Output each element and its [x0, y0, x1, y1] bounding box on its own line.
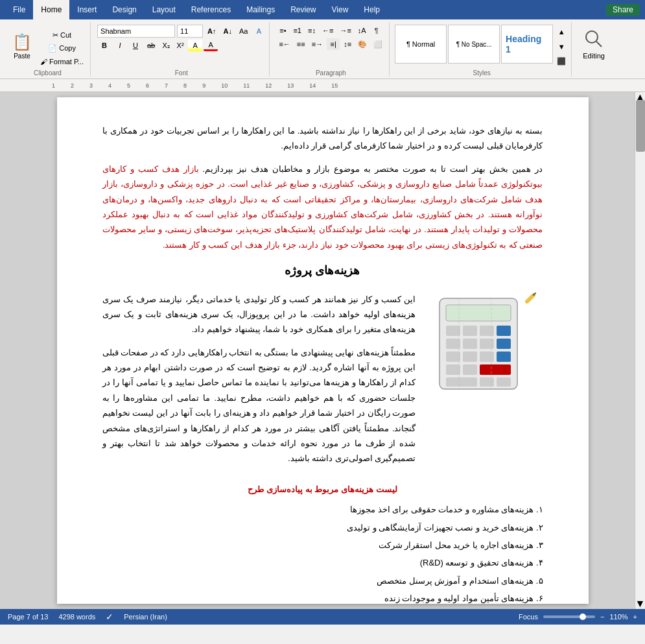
style-nospace-button[interactable]: ¶ No Spac... — [448, 25, 500, 64]
text-highlight-button[interactable]: A — [188, 40, 202, 51]
styles-group: ¶ Normal ¶ No Spac... Heading 1 ▲ ▼ ⬛ St… — [392, 22, 572, 77]
superscript-button[interactable]: X² — [174, 40, 187, 51]
style-heading1-button[interactable]: Heading 1 — [501, 25, 553, 64]
svg-rect-21 — [446, 377, 477, 387]
paragraph-label: Paragraph — [316, 69, 346, 77]
clipboard-label: Clipboard — [34, 69, 62, 77]
shading-button[interactable]: 🎨 — [355, 38, 369, 50]
numbering-button[interactable]: ≡1 — [290, 25, 304, 36]
text-effects-button[interactable]: A — [252, 25, 265, 37]
search-find-button[interactable]: Editing — [580, 25, 608, 62]
zoom-out-button[interactable]: − — [600, 613, 604, 621]
font-color-button[interactable]: A — [204, 40, 218, 51]
zoom-in-button[interactable]: + — [633, 613, 637, 621]
cut-button[interactable]: ✂ Cut — [38, 30, 86, 42]
zoom-thumb[interactable] — [580, 614, 586, 620]
font-size-selector[interactable]: 11 — [177, 25, 203, 38]
zoom-level[interactable]: 110% — [609, 613, 627, 621]
share-button[interactable]: Share — [606, 4, 640, 16]
bullets-button[interactable]: ≡• — [276, 25, 289, 36]
tab-references[interactable]: References — [183, 0, 239, 19]
tab-home[interactable]: Home — [33, 0, 69, 19]
svg-rect-7 — [463, 326, 477, 336]
svg-rect-14 — [446, 352, 460, 362]
style-normal-button[interactable]: ¶ Normal — [395, 25, 447, 64]
svg-rect-13 — [497, 339, 511, 349]
section-heading-costs: هزینه‌های پروژه — [102, 260, 543, 281]
svg-rect-9 — [497, 326, 511, 336]
change-case-button[interactable]: Aa — [237, 25, 250, 37]
format-painter-button[interactable]: 🖌 Format P... — [38, 56, 86, 67]
zoom-slider[interactable] — [543, 615, 595, 618]
underline-button[interactable]: U — [128, 40, 143, 51]
decrease-font-button[interactable]: A↓ — [221, 25, 235, 37]
justify-button[interactable]: ≡| — [327, 38, 340, 50]
costs-text-block: این کسب و کار نیز همانند هر کسب و کار تو… — [102, 292, 416, 474]
styles-scroll-up-button[interactable]: ▲ — [554, 26, 569, 38]
svg-rect-6 — [446, 326, 460, 336]
increase-indent-button[interactable]: →≡ — [337, 25, 353, 36]
cost-paragraph-2: مطمئناً هزینه‌های نهایی پیشنهادی ما بستگ… — [102, 345, 416, 466]
tab-design[interactable]: Design — [104, 0, 144, 19]
scrollbar-thumb[interactable] — [636, 100, 645, 152]
svg-rect-22 — [480, 377, 494, 387]
clipboard-group: 📋 Paste ✂ Cut 📄 Copy 🖌 Format P... Clipb… — [5, 22, 91, 77]
ribbon-toolbar: 📋 Paste ✂ Cut 📄 Copy 🖌 Format P... Clipb… — [0, 19, 645, 79]
tab-file[interactable]: File — [5, 0, 33, 19]
language-label: Persian (Iran) — [124, 613, 167, 621]
tab-help[interactable]: Help — [356, 0, 388, 19]
tab-review[interactable]: Review — [283, 0, 323, 19]
copy-button[interactable]: 📄 Copy — [38, 43, 86, 54]
font-label: Font — [175, 69, 188, 77]
document-container: 12345 678910 1112131415 ▲ ▼ بسته به نیاز… — [0, 79, 645, 609]
vertical-scrollbar[interactable]: ▲ ▼ — [635, 92, 645, 609]
svg-rect-3 — [446, 305, 511, 321]
paste-button[interactable]: 📋 Paste — [9, 27, 35, 66]
svg-rect-17 — [497, 352, 511, 362]
text-check-icon[interactable]: ✓ — [106, 612, 113, 622]
body-paragraph-1: بسته به نیازهای خود، شاید برخی از این را… — [102, 123, 543, 154]
multilevel-list-button[interactable]: ≡↕ — [305, 25, 318, 36]
svg-rect-8 — [480, 326, 494, 336]
font-name-selector[interactable]: Shabnam — [97, 25, 175, 38]
align-left-button[interactable]: ≡← — [276, 38, 292, 50]
subscript-button[interactable]: X₂ — [159, 40, 172, 51]
calculator-image — [427, 292, 543, 396]
italic-button[interactable]: I — [113, 40, 127, 51]
line-spacing-button[interactable]: ↕≡ — [341, 38, 354, 50]
cost-list-section: لیست هزینه‌های مربوط به پیاده‌سازی طرح ۱… — [102, 482, 543, 609]
styles-scroll-down-button[interactable]: ▼ — [554, 41, 569, 53]
styles-label: Styles — [395, 69, 569, 77]
word-count: 4298 words — [58, 613, 95, 621]
borders-button[interactable]: ⬜ — [371, 38, 385, 50]
bold-button[interactable]: B — [97, 40, 111, 51]
list-item: ۳. هزینه‌های اجاره یا خرید محل استقرار ش… — [102, 538, 543, 553]
svg-rect-18 — [446, 364, 460, 375]
document-page: بسته به نیازهای خود، شاید برخی از این را… — [57, 97, 589, 604]
tab-insert[interactable]: Insert — [69, 0, 104, 19]
svg-line-4 — [527, 295, 534, 302]
align-center-button[interactable]: ≡≡ — [294, 38, 308, 50]
document-scroll-area: ▲ ▼ بسته به نیازهای خود، شاید برخی از ای… — [0, 92, 645, 609]
focus-label[interactable]: Focus — [519, 613, 538, 621]
list-item: ۱. هزینه‌های مشاوره و خدمات حقوقی برای ا… — [102, 502, 543, 517]
svg-point-0 — [586, 31, 598, 43]
tab-view[interactable]: View — [324, 0, 357, 19]
tab-mailings[interactable]: Mailings — [239, 0, 283, 19]
show-formatting-button[interactable]: ¶ — [370, 25, 383, 36]
svg-rect-20 — [480, 364, 511, 375]
decrease-indent-button[interactable]: ←≡ — [320, 25, 336, 36]
sort-button[interactable]: ↕A — [355, 25, 369, 36]
svg-rect-10 — [446, 339, 460, 349]
increase-font-button[interactable]: A↑ — [205, 25, 218, 37]
ruler: 12345 678910 1112131415 — [0, 79, 645, 92]
align-right-button[interactable]: ≡→ — [309, 38, 325, 50]
page-info: Page 7 of 13 — [8, 613, 48, 621]
costs-content: این کسب و کار نیز همانند هر کسب و کار تو… — [102, 292, 543, 474]
cost-paragraph-1: این کسب و کار نیز همانند هر کسب و کار تو… — [102, 292, 416, 337]
editing-section: Editing — [574, 22, 613, 77]
tab-layout[interactable]: Layout — [145, 0, 183, 19]
strikethrough-button[interactable]: ab — [144, 40, 158, 51]
styles-more-button[interactable]: ⬛ — [554, 55, 569, 67]
red-text-paragraph: بازار هدف کسب و کارهای بیوتکنولوژی عمدتا… — [102, 164, 543, 250]
